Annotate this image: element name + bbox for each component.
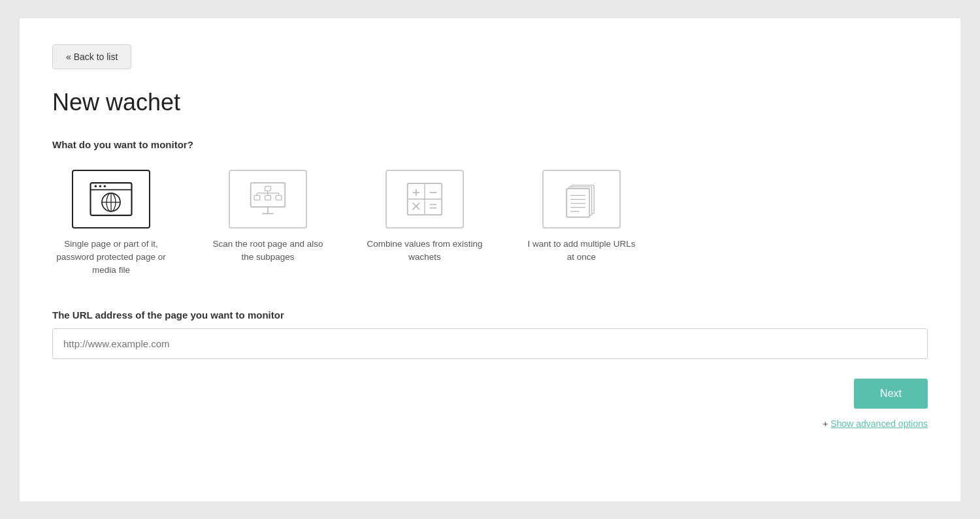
page-title: New wachet — [52, 89, 928, 116]
next-button[interactable]: Next — [854, 379, 928, 409]
option-multiple-urls[interactable]: I want to add multiple URLs at once — [523, 170, 640, 264]
svg-rect-12 — [265, 186, 271, 191]
svg-rect-13 — [254, 195, 260, 200]
svg-point-3 — [99, 185, 102, 187]
multiple-urls-label: I want to add multiple URLs at once — [523, 238, 640, 264]
combine-values-icon — [402, 180, 448, 219]
page-container: « Back to list New wachet What do you wa… — [20, 18, 960, 501]
combine-values-icon-wrapper — [385, 170, 464, 228]
url-input[interactable] — [52, 328, 928, 359]
svg-point-4 — [104, 185, 106, 187]
monitor-options: Single page or part of it, password prot… — [52, 170, 928, 277]
option-combine-values[interactable]: Combine values from existing wachets — [366, 170, 483, 264]
single-page-label: Single page or part of it, password prot… — [52, 238, 170, 277]
advanced-options-link[interactable]: Show advanced options — [830, 418, 928, 429]
svg-rect-14 — [265, 195, 271, 200]
bottom-actions: Next + Show advanced options — [52, 379, 928, 430]
option-scan-subpages[interactable]: Scan the root page and also the subpages — [209, 170, 327, 264]
single-page-icon — [88, 180, 134, 219]
svg-rect-15 — [276, 195, 282, 200]
advanced-options-prefix: + — [823, 418, 830, 429]
monitor-question: What do you want to monitor? — [52, 139, 928, 150]
single-page-icon-wrapper — [72, 170, 150, 228]
advanced-options-row: + Show advanced options — [823, 418, 928, 430]
url-section-label: The URL address of the page you want to … — [52, 309, 928, 321]
combine-values-label: Combine values from existing wachets — [366, 238, 483, 264]
multiple-urls-icon-wrapper — [542, 170, 621, 228]
option-single-page[interactable]: Single page or part of it, password prot… — [52, 170, 170, 277]
multiple-urls-icon — [559, 180, 604, 219]
svg-point-2 — [95, 185, 97, 187]
scan-subpages-icon — [245, 180, 291, 219]
svg-rect-34 — [566, 188, 589, 217]
scan-subpages-label: Scan the root page and also the subpages — [209, 238, 327, 264]
back-button[interactable]: « Back to list — [52, 44, 131, 69]
scan-subpages-icon-wrapper — [229, 170, 307, 228]
